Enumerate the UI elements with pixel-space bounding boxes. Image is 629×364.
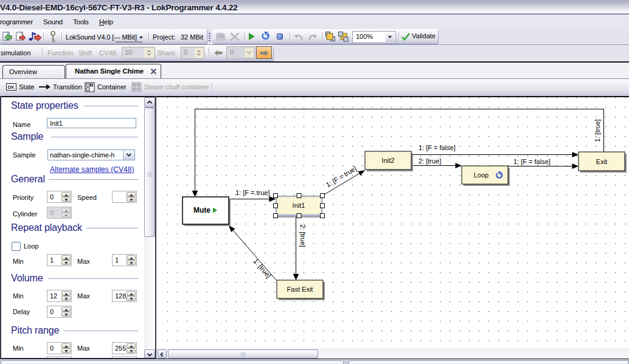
svg-text:2: [true]: 2: [true] <box>419 157 441 165</box>
svg-text:2: [true]: 2: [true] <box>299 224 307 247</box>
svg-text:Mute: Mute <box>193 206 210 215</box>
svg-text:1: [F = true]: 1: [F = true] <box>235 189 270 196</box>
svg-text:1: [F = false]: 1: [F = false] <box>419 144 456 151</box>
svg-text:Init2: Init2 <box>382 157 395 164</box>
svg-text:Exit: Exit <box>596 158 607 165</box>
svg-text:Loop: Loop <box>474 171 488 179</box>
svg-text:Fast Exit: Fast Exit <box>287 286 313 293</box>
svg-text:Init1: Init1 <box>293 202 305 209</box>
svg-text:1: [F = false]: 1: [F = false] <box>513 158 551 165</box>
svg-text:1: [true]: 1: [true] <box>594 119 601 142</box>
